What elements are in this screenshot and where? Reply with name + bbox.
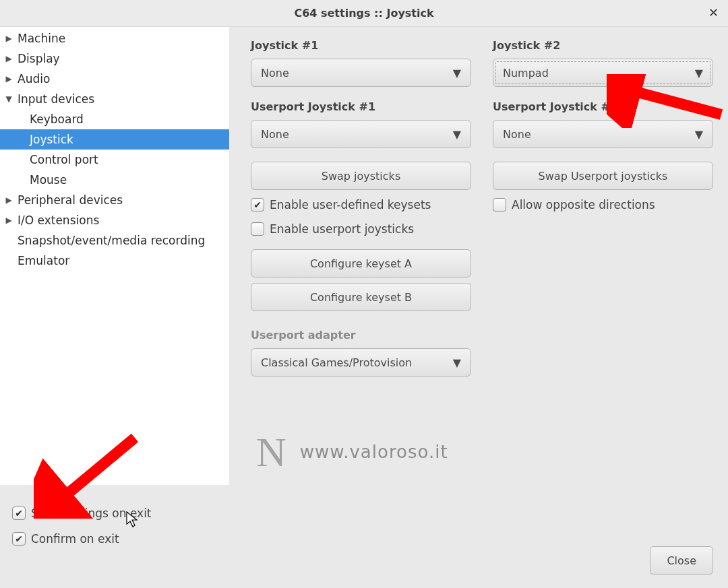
footer-options: ✔ Save settings on exit ✔ Confirm on exi…: [12, 504, 152, 548]
sidebar-item-label: Input devices: [18, 92, 94, 106]
chevron-down-icon: ▼: [453, 67, 461, 79]
sidebar-item-keyboard[interactable]: Keyboard: [0, 109, 229, 129]
sidebar-item-label: Emulator: [18, 254, 69, 267]
sidebar: ▶ Machine ▶ Display ▶ Audio ▼ Input devi…: [0, 27, 229, 485]
dropdown-value: None: [261, 67, 289, 79]
enable-keysets-row[interactable]: ✔ Enable user-defined keysets: [251, 195, 471, 214]
userport-2-label: Userport Joystick #2: [493, 100, 713, 113]
chevron-right-icon: ▶: [4, 195, 13, 205]
sidebar-item-audio[interactable]: ▶ Audio: [0, 69, 229, 89]
settings-window: C64 settings :: Joystick ✕ ▶ Machine ▶ D…: [0, 0, 728, 588]
checkbox-label: Allow opposite directions: [512, 198, 655, 211]
col-joystick-2: Joystick #2 Numpad ▼: [493, 39, 713, 87]
chevron-down-icon: ▼: [453, 128, 461, 141]
watermark-url: www.valoroso.it: [300, 442, 448, 462]
dropdown-value: Numpad: [503, 67, 549, 79]
joystick-panel: Joystick #1 None ▼ Joystick #2 Numpad ▼: [229, 27, 728, 588]
watermark: N www.valoroso.it: [256, 431, 448, 473]
titlebar: C64 settings :: Joystick ✕: [0, 0, 728, 27]
chevron-down-icon: ▼: [695, 67, 703, 79]
checkbox-label: Save settings on exit: [31, 507, 152, 520]
sidebar-item-display[interactable]: ▶ Display: [0, 48, 229, 69]
sidebar-item-label: I/O extensions: [18, 214, 99, 227]
dropdown-value: None: [503, 128, 531, 141]
button-label: Swap Userport joysticks: [539, 170, 668, 183]
dropdown-value: None: [261, 128, 289, 141]
dropdown-value: Classical Games/Protovision: [261, 356, 412, 369]
chevron-down-icon: ▼: [695, 128, 703, 141]
enable-userport-joy-row[interactable]: Enable userport joysticks: [251, 220, 471, 238]
swap-joysticks-button[interactable]: Swap joysticks: [251, 162, 471, 190]
col-userport-1: Userport Joystick #1 None ▼: [251, 100, 471, 148]
save-settings-on-exit-row[interactable]: ✔ Save settings on exit: [12, 504, 152, 523]
userport-1-label: Userport Joystick #1: [251, 100, 471, 113]
checkbox-icon[interactable]: [493, 198, 506, 211]
userport-adapter-label: Userport adapter: [251, 329, 471, 341]
sidebar-item-label: Audio: [18, 72, 50, 86]
sidebar-item-joystick[interactable]: Joystick: [0, 129, 229, 150]
userport-1-dropdown[interactable]: None ▼: [251, 120, 471, 148]
confirm-on-exit-row[interactable]: ✔ Confirm on exit: [12, 529, 152, 548]
sidebar-item-io-extensions[interactable]: ▶ I/O extensions: [0, 210, 229, 230]
swap-row: Swap joysticks ✔ Enable user-defined key…: [251, 162, 713, 377]
userport-2-dropdown[interactable]: None ▼: [493, 120, 713, 148]
configure-keyset-a-button[interactable]: Configure keyset A: [251, 249, 471, 277]
close-icon[interactable]: ✕: [708, 5, 719, 20]
joystick-1-label: Joystick #1: [251, 39, 471, 52]
sidebar-item-label: Mouse: [30, 173, 67, 187]
checkbox-icon[interactable]: ✔: [251, 198, 264, 211]
button-label: Configure keyset B: [310, 291, 412, 304]
joystick-row: Joystick #1 None ▼ Joystick #2 Numpad ▼: [251, 39, 713, 87]
sidebar-item-input-devices[interactable]: ▼ Input devices: [0, 89, 229, 109]
sidebar-item-snapshot[interactable]: ▶ Snapshot/event/media recording: [0, 230, 229, 251]
button-label: Configure keyset A: [310, 257, 412, 270]
close-button[interactable]: Close: [650, 546, 713, 575]
checkbox-label: Enable userport joysticks: [270, 222, 414, 236]
checkbox-icon[interactable]: [251, 222, 264, 236]
watermark-logo: N: [256, 431, 286, 473]
sidebar-item-control-port[interactable]: Control port: [0, 150, 229, 170]
joystick-2-label: Joystick #2: [493, 39, 713, 52]
sidebar-item-emulator[interactable]: ▶ Emulator: [0, 251, 229, 271]
checkbox-icon[interactable]: ✔: [12, 532, 26, 546]
chevron-down-icon: ▼: [4, 94, 13, 104]
titlebar-title: C64 settings :: Joystick: [294, 7, 433, 20]
chevron-right-icon: ▶: [4, 216, 13, 225]
button-label: Swap joysticks: [322, 170, 400, 183]
sidebar-item-peripheral-devices[interactable]: ▶ Peripheral devices: [0, 190, 229, 210]
configure-keyset-b-button[interactable]: Configure keyset B: [251, 283, 471, 311]
button-label: Close: [667, 554, 696, 567]
allow-opposite-row[interactable]: Allow opposite directions: [493, 195, 713, 214]
sidebar-item-label: Machine: [18, 32, 65, 45]
joystick-2-dropdown[interactable]: Numpad ▼: [493, 59, 713, 87]
sidebar-item-label: Peripheral devices: [18, 193, 123, 207]
sidebar-item-label: Control port: [30, 153, 98, 166]
col-joystick-1: Joystick #1 None ▼: [251, 39, 471, 87]
col-userport-2: Userport Joystick #2 None ▼: [493, 100, 713, 148]
checkbox-icon[interactable]: ✔: [12, 507, 26, 520]
footer-actions: Close: [650, 546, 713, 575]
chevron-right-icon: ▶: [4, 34, 13, 43]
swap-userport-joysticks-button[interactable]: Swap Userport joysticks: [493, 162, 713, 190]
sidebar-item-label: Joystick: [30, 133, 73, 146]
chevron-right-icon: ▶: [4, 74, 13, 84]
checkbox-label: Confirm on exit: [31, 532, 119, 546]
userport-row: Userport Joystick #1 None ▼ Userport Joy…: [251, 100, 713, 148]
sidebar-item-label: Keyboard: [30, 112, 84, 126]
sidebar-item-label: Display: [18, 52, 60, 65]
userport-adapter-dropdown[interactable]: Classical Games/Protovision ▼: [251, 348, 471, 377]
checkbox-label: Enable user-defined keysets: [270, 198, 431, 211]
sidebar-item-label: Snapshot/event/media recording: [18, 234, 205, 247]
chevron-down-icon: ▼: [453, 356, 461, 369]
sidebar-item-machine[interactable]: ▶ Machine: [0, 28, 229, 48]
joystick-1-dropdown[interactable]: None ▼: [251, 59, 471, 87]
sidebar-item-mouse[interactable]: Mouse: [0, 170, 229, 190]
chevron-right-icon: ▶: [4, 54, 13, 63]
